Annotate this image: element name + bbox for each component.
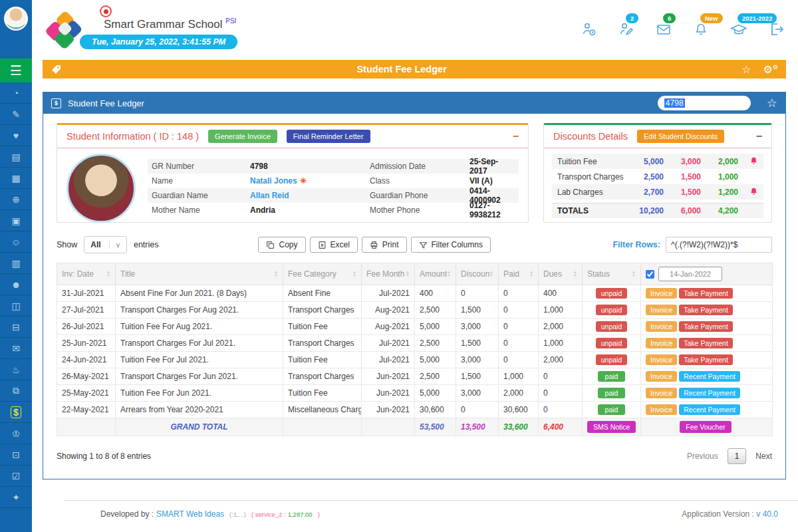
visitor-log-icon[interactable] — [581, 21, 597, 37]
sidebar-item-health[interactable]: ♥ — [0, 125, 32, 146]
recent-payment-button[interactable]: Recent Payment — [679, 388, 740, 398]
edit-student-discounts-button[interactable]: Edit Student Discounts — [637, 130, 724, 143]
developer-link[interactable]: SMART Web Ideas — [156, 509, 224, 519]
column-header-inv-date[interactable]: Inv: Date▲▼ — [57, 263, 116, 285]
notifications-bell-icon[interactable]: New — [693, 21, 709, 37]
tag-icon[interactable] — [51, 64, 62, 75]
cell-title-link[interactable]: Tuition Fee For Jul 2021. — [116, 352, 283, 368]
sidebar-item-graduation[interactable]: ✦ — [0, 487, 32, 508]
page-number-button[interactable]: 1 — [728, 448, 747, 464]
collapse-student-card-icon[interactable]: − — [513, 130, 519, 142]
invoice-button[interactable]: Invoice — [646, 305, 677, 315]
invoice-button[interactable]: Invoice — [646, 321, 677, 332]
sidebar-item-student[interactable]: ☺ — [0, 231, 32, 253]
cell-dues: 2,000 — [539, 319, 583, 335]
fee-row: 25-Jun-2021Transport Charges For Jul 202… — [57, 335, 773, 352]
sidebar-item-birthday[interactable]: ♨ — [0, 359, 32, 380]
messages-icon[interactable]: 6 — [656, 21, 672, 37]
sidebar-item-id-card[interactable]: ▦ — [0, 168, 32, 189]
date-filter-input[interactable] — [658, 267, 722, 281]
column-header-status[interactable]: Status▲▼ — [583, 263, 641, 285]
filter-rows-input[interactable] — [666, 237, 772, 253]
next-page-button[interactable]: Next — [755, 452, 772, 461]
previous-page-button[interactable]: Previous — [687, 452, 718, 461]
cell-title-link[interactable]: Absent Fine For Jun 2021. (8 Days) — [116, 285, 283, 302]
invoice-button[interactable]: Invoice — [646, 354, 677, 365]
invoice-button[interactable]: Invoice — [646, 288, 677, 299]
cell-title-link[interactable]: Transport Charges For Jun 2021. — [116, 368, 283, 385]
take-payment-button[interactable]: Take Payment — [679, 288, 733, 299]
student-requests-icon[interactable]: 2 — [618, 21, 634, 37]
column-header-paid[interactable]: Paid▲▼ — [499, 263, 539, 285]
invoice-button[interactable]: Invoice — [646, 338, 677, 348]
sidebar-item-alumni[interactable]: ♔ — [0, 423, 32, 444]
date-filter-checkbox[interactable] — [646, 270, 654, 279]
sidebar-item-mailbox[interactable]: ✉ — [0, 338, 32, 359]
sidebar-item-fee-card[interactable]: ▤ — [0, 146, 32, 168]
logout-icon[interactable] — [769, 21, 785, 37]
final-reminder-letter-button[interactable]: Final Reminder Letter — [287, 130, 370, 143]
sidebar-item-timetable[interactable]: ▥ — [0, 253, 32, 274]
column-header-dues[interactable]: Dues▲▼ — [539, 263, 583, 285]
cell-title-link[interactable]: Tuition Fee For Aug 2021. — [116, 319, 283, 335]
sidebar-item-fee-ledger[interactable]: $ — [0, 402, 32, 423]
excel-button[interactable]: Excel — [310, 237, 358, 253]
generate-invoice-button[interactable]: Generate Invoice — [208, 130, 277, 143]
invoice-button[interactable]: Invoice — [646, 404, 677, 415]
invoice-button[interactable]: Invoice — [646, 371, 677, 382]
sms-notice-button[interactable]: SMS Notice — [587, 421, 636, 433]
sidebar-item-student-edit[interactable]: ✎ — [0, 104, 32, 125]
column-header-fee-month[interactable]: Fee Month▲▼ — [362, 263, 415, 285]
show-label: Show — [57, 240, 77, 249]
recent-payment-button[interactable]: Recent Payment — [679, 371, 740, 382]
cell-paid: 1,000 — [499, 368, 539, 385]
alumni-icon: ♔ — [12, 428, 21, 439]
discount-label: Lab Charges — [557, 188, 626, 197]
take-payment-button[interactable]: Take Payment — [679, 321, 733, 332]
column-header-discount[interactable]: Discount▲▼ — [456, 263, 499, 285]
sidebar-item-computer-lab[interactable]: ⊟ — [0, 317, 32, 338]
academic-session-icon[interactable]: 2021-2022 — [730, 21, 747, 37]
take-payment-button[interactable]: Take Payment — [679, 338, 733, 348]
column-label: Inv: Date — [62, 269, 106, 279]
sidebar-item-library[interactable]: ⧉ — [0, 380, 32, 402]
copy-button[interactable]: Copy — [258, 237, 305, 253]
settings-gears-icon[interactable]: ⚙⚙ — [763, 63, 778, 76]
clipboard-icon: ▣ — [11, 215, 20, 226]
cell-title-link[interactable]: Tuition Fee For Jun 2021. — [116, 385, 283, 402]
cell-title-link[interactable]: Transport Charges For Jul 2021. — [116, 335, 283, 352]
cell-title-link[interactable]: Arrears from Year 2020-2021 — [116, 402, 283, 418]
print-button[interactable]: Print — [362, 237, 407, 253]
invoice-button[interactable]: Invoice — [646, 388, 677, 398]
gr-number-search-input[interactable]: 4798 — [658, 96, 751, 110]
collapse-discounts-card-icon[interactable]: − — [756, 130, 762, 142]
sidebar-item-health-card[interactable]: ⊡ — [0, 444, 32, 466]
take-payment-button[interactable]: Take Payment — [679, 305, 733, 315]
sort-icon: ▲▼ — [447, 271, 451, 277]
recent-payment-button[interactable]: Recent Payment — [679, 404, 740, 415]
take-payment-button[interactable]: Take Payment — [679, 354, 733, 365]
sidebar-item-gallery[interactable]: ◫ — [0, 295, 32, 317]
field-value[interactable]: Allan Reid — [250, 191, 370, 200]
column-header-amount[interactable]: Amount▲▼ — [415, 263, 456, 285]
app-version-value[interactable]: v 40.0 — [756, 509, 778, 519]
entries-select[interactable]: All ∨ — [84, 236, 127, 253]
filter-columns-button[interactable]: Filter Columns — [411, 237, 491, 253]
favorite-star-icon[interactable]: ☆ — [741, 63, 751, 76]
panel-star-icon[interactable]: ☆ — [767, 96, 777, 110]
field-value[interactable]: Natali Jones✳ — [250, 176, 370, 186]
table-body: 31-Jul-2021Absent Fine For Jun 2021. (8 … — [57, 285, 773, 436]
sidebar-item-website[interactable]: ⊕ — [0, 189, 32, 210]
menu-toggle-button[interactable]: ☰ — [0, 59, 32, 82]
user-avatar[interactable] — [4, 7, 28, 31]
fee-voucher-button[interactable]: Fee Voucher — [680, 421, 732, 433]
sidebar-item-tasks[interactable]: ☑ — [0, 466, 32, 487]
sidebar-item-dashboard[interactable]: ◔ — [0, 82, 32, 104]
cell-title-link[interactable]: Transport Charges For Aug 2021. — [116, 302, 283, 319]
school-logo[interactable] — [43, 9, 84, 51]
column-header-title[interactable]: Title▲▼ — [116, 263, 283, 285]
sidebar-item-staff[interactable]: ☻ — [0, 274, 32, 295]
sidebar-item-clipboard[interactable]: ▣ — [0, 210, 32, 231]
discount-net: 2,000 — [701, 157, 738, 166]
column-header-fee-category[interactable]: Fee Category▲▼ — [283, 263, 362, 285]
